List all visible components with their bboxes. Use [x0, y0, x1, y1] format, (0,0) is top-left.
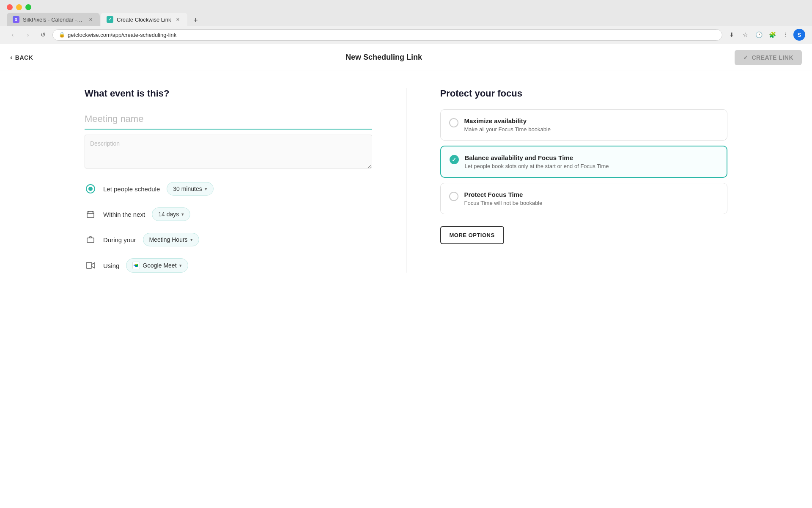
- radio-circle: [86, 184, 95, 193]
- balance-desc: Let people book slots only at the start …: [465, 163, 719, 169]
- silkpixels-favicon: S: [13, 16, 19, 23]
- protect-focus-card[interactable]: Protect Focus Time Focus Time will not b…: [440, 183, 728, 214]
- browser-actions: ⬇ ☆ 🕐 🧩 ⋮ S: [726, 29, 805, 41]
- browser-chrome: S SilkPixels - Calendar - Monday... ✕ ✓ …: [0, 0, 812, 44]
- protect-radio: [449, 192, 458, 201]
- duration-dropdown[interactable]: 30 minutes ▾: [167, 182, 213, 196]
- days-dropdown[interactable]: 14 days ▾: [152, 207, 190, 221]
- calendar-icon: [85, 208, 96, 220]
- video-camera-icon: [85, 260, 96, 271]
- address-bar[interactable]: 🔒 getclockwise.com/app/create-scheduling…: [52, 29, 722, 41]
- traffic-lights: [0, 0, 812, 10]
- maximize-availability-card[interactable]: Maximize availability Make all your Focu…: [440, 109, 728, 141]
- balance-text: Balance availability and Focus Time Let …: [465, 154, 719, 169]
- extensions-button[interactable]: 🧩: [766, 29, 778, 41]
- tab-1-title: SilkPixels - Calendar - Monday...: [23, 17, 84, 23]
- protect-title: Protect Focus Time: [464, 191, 719, 198]
- tab-1-close[interactable]: ✕: [87, 16, 94, 23]
- during-label: During your: [103, 236, 136, 243]
- app-container: ‹ BACK New Scheduling Link ✓ CREATE LINK…: [0, 44, 812, 508]
- profile-button[interactable]: S: [793, 29, 805, 41]
- days-value: 14 days: [158, 211, 179, 218]
- description-input[interactable]: [85, 135, 372, 168]
- protect-desc: Focus Time will not be bookable: [464, 200, 719, 206]
- duration-arrow: ▾: [205, 186, 207, 192]
- balance-title: Balance availability and Focus Time: [465, 154, 719, 161]
- download-button[interactable]: ⬇: [726, 29, 738, 41]
- checkmark-icon: ✓: [743, 54, 749, 61]
- page-title: New Scheduling Link: [33, 53, 735, 62]
- back-button[interactable]: ‹ BACK: [10, 54, 33, 61]
- briefcase-icon: [85, 234, 96, 246]
- traffic-light-fullscreen[interactable]: [25, 4, 31, 10]
- clock-button[interactable]: 🕐: [753, 29, 765, 41]
- within-label: Within the next: [103, 211, 145, 218]
- svg-rect-4: [87, 238, 94, 243]
- new-tab-button[interactable]: +: [190, 14, 202, 26]
- meeting-name-input[interactable]: [85, 109, 372, 130]
- left-panel: What event is this? Let people schedule …: [85, 88, 406, 273]
- reload-button[interactable]: ↺: [37, 29, 49, 41]
- forward-nav-button[interactable]: ›: [22, 29, 34, 41]
- protect-text: Protect Focus Time Focus Time will not b…: [464, 191, 719, 206]
- bookmark-button[interactable]: ☆: [739, 29, 751, 41]
- right-panel: Protect your focus Maximize availability…: [406, 88, 728, 273]
- tab-clockwise[interactable]: ✓ Create Clockwise Link ✕: [101, 13, 187, 26]
- back-label: BACK: [15, 54, 33, 61]
- app-topbar: ‹ BACK New Scheduling Link ✓ CREATE LINK: [0, 44, 812, 71]
- schedule-option: Let people schedule 30 minutes ▾: [85, 182, 372, 196]
- balance-radio: [450, 155, 459, 164]
- google-meet-icon: [132, 262, 140, 269]
- what-event-title: What event is this?: [85, 88, 372, 99]
- address-bar-row: ‹ › ↺ 🔒 getclockwise.com/app/create-sche…: [0, 26, 812, 44]
- clockwise-favicon: ✓: [107, 16, 113, 23]
- tab-silkpixels[interactable]: S SilkPixels - Calendar - Monday... ✕: [7, 13, 100, 26]
- maximize-radio: [449, 118, 458, 127]
- hours-value: Meeting Hours: [149, 236, 188, 243]
- hours-arrow: ▾: [190, 237, 193, 243]
- radio-circle-inner: [88, 187, 93, 191]
- hours-dropdown[interactable]: Meeting Hours ▾: [143, 233, 199, 246]
- tab-bar: S SilkPixels - Calendar - Monday... ✕ ✓ …: [0, 10, 812, 26]
- using-option: Using Google Meet ▾: [85, 258, 372, 273]
- tab-2-close[interactable]: ✕: [175, 16, 181, 23]
- schedule-label: Let people schedule: [103, 185, 160, 193]
- traffic-light-minimize[interactable]: [16, 4, 22, 10]
- menu-button[interactable]: ⋮: [780, 29, 792, 41]
- during-option: During your Meeting Hours ▾: [85, 233, 372, 246]
- more-options-button[interactable]: MORE OPTIONS: [440, 226, 504, 244]
- more-options-label: MORE OPTIONS: [450, 232, 495, 238]
- duration-value: 30 minutes: [173, 185, 202, 192]
- maximize-title: Maximize availability: [464, 117, 719, 124]
- tab-2-title: Create Clockwise Link: [117, 17, 171, 23]
- url-text: getclockwise.com/app/create-scheduling-l…: [68, 32, 176, 38]
- balance-availability-card[interactable]: Balance availability and Focus Time Let …: [440, 146, 728, 178]
- conferencing-value: Google Meet: [143, 262, 176, 269]
- svg-rect-5: [86, 262, 92, 268]
- protect-focus-title: Protect your focus: [440, 88, 728, 99]
- days-arrow: ▾: [181, 212, 184, 217]
- back-nav-button[interactable]: ‹: [7, 29, 19, 41]
- conferencing-dropdown[interactable]: Google Meet ▾: [126, 258, 188, 273]
- create-link-label: CREATE LINK: [752, 54, 793, 61]
- conferencing-arrow: ▾: [179, 263, 182, 268]
- lock-icon: 🔒: [59, 32, 65, 38]
- traffic-light-close[interactable]: [7, 4, 13, 10]
- main-content: What event is this? Let people schedule …: [0, 71, 812, 290]
- maximize-text: Maximize availability Make all your Focu…: [464, 117, 719, 133]
- radio-icon: [85, 183, 96, 195]
- create-link-button[interactable]: ✓ CREATE LINK: [735, 50, 802, 65]
- within-option: Within the next 14 days ▾: [85, 207, 372, 221]
- back-chevron-icon: ‹: [10, 54, 13, 61]
- focus-options: Maximize availability Make all your Focu…: [440, 109, 728, 214]
- using-label: Using: [103, 262, 119, 269]
- maximize-desc: Make all your Focus Time bookable: [464, 126, 719, 133]
- svg-rect-0: [87, 212, 94, 218]
